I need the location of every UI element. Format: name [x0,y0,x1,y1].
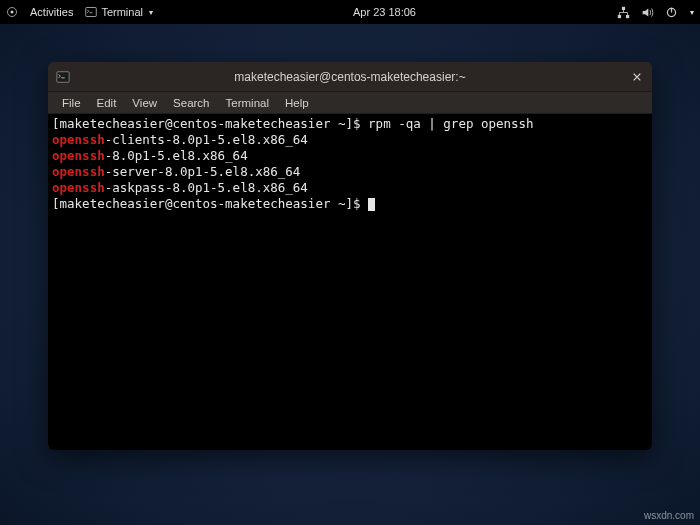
chevron-down-icon[interactable]: ▾ [690,8,694,17]
window-title: maketecheasier@centos-maketecheasier:~ [48,70,652,84]
menu-search[interactable]: Search [165,95,217,111]
menubar: File Edit View Search Terminal Help [48,92,652,114]
close-button[interactable] [628,68,646,86]
terminal-icon [85,6,97,18]
active-app-name: Terminal [101,6,143,18]
active-app-indicator[interactable]: Terminal ▾ [85,6,153,18]
svg-rect-4 [617,14,620,17]
menu-view[interactable]: View [124,95,165,111]
terminal-line: openssh-askpass-8.0p1-5.el8.x86_64 [52,180,648,196]
clock[interactable]: Apr 23 18:06 [153,6,616,18]
terminal-content[interactable]: [maketecheasier@centos-maketecheasier ~]… [48,114,652,450]
svg-rect-5 [625,14,628,17]
terminal-window: maketecheasier@centos-maketecheasier:~ F… [48,62,652,450]
svg-rect-3 [621,6,624,9]
network-icon[interactable] [616,5,630,19]
cursor [368,198,375,211]
terminal-line: openssh-server-8.0p1-5.el8.x86_64 [52,164,648,180]
gnome-topbar: Activities Terminal ▾ Apr 23 18:06 ▾ [0,0,700,24]
window-titlebar[interactable]: maketecheasier@centos-maketecheasier:~ [48,62,652,92]
svg-point-1 [11,11,14,14]
menu-edit[interactable]: Edit [89,95,125,111]
watermark: wsxdn.com [644,510,694,521]
svg-rect-2 [86,8,97,17]
volume-icon[interactable] [640,5,654,19]
menu-file[interactable]: File [54,95,89,111]
menu-help[interactable]: Help [277,95,317,111]
terminal-line: openssh-8.0p1-5.el8.x86_64 [52,148,648,164]
activities-button[interactable]: Activities [30,6,73,18]
activities-icon [6,6,18,18]
terminal-icon [56,70,70,84]
svg-rect-8 [57,71,69,82]
menu-terminal[interactable]: Terminal [218,95,277,111]
terminal-line: openssh-clients-8.0p1-5.el8.x86_64 [52,132,648,148]
terminal-line: [maketecheasier@centos-maketecheasier ~]… [52,196,648,212]
power-icon[interactable] [664,5,678,19]
terminal-line: [maketecheasier@centos-maketecheasier ~]… [52,116,648,132]
